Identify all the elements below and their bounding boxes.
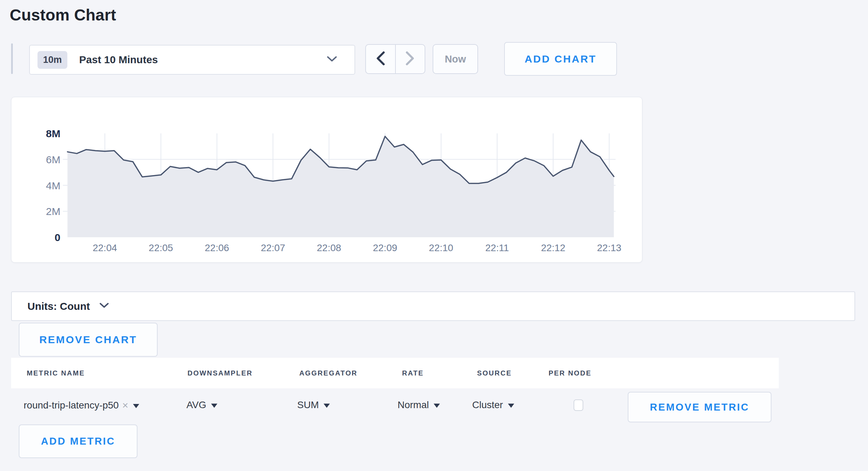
svg-text:22:13: 22:13 [597,242,621,253]
previous-interval-button[interactable] [366,45,396,73]
metric-name-value: round-trip-latency-p50 [24,400,119,411]
svg-text:22:09: 22:09 [373,242,397,253]
timeseries-area-chart[interactable]: 02M4M6M8M22:0422:0522:0622:0722:0822:092… [11,97,643,263]
aggregator-value: SUM [297,399,319,411]
column-header-per-node: PER NODE [549,369,592,377]
svg-text:22:07: 22:07 [261,242,285,253]
rate-value: Normal [398,399,429,411]
caret-down-icon [211,404,217,408]
add-metric-button[interactable]: ADD METRIC [19,424,137,458]
clear-metric-icon[interactable]: × [122,399,128,411]
next-interval-button[interactable] [396,45,425,73]
caret-down-icon [508,404,514,408]
time-window-label: Past 10 Minutes [79,54,158,66]
svg-text:0: 0 [55,232,60,243]
remove-metric-label: REMOVE METRIC [650,402,750,413]
chevron-down-icon [99,302,109,311]
metric-name-dropdown[interactable]: round-trip-latency-p50 × [24,399,139,411]
custom-chart-panel: 02M4M6M8M22:0422:0522:0622:0722:0822:092… [11,97,642,263]
remove-metric-button[interactable]: REMOVE METRIC [628,392,771,422]
chevron-left-icon [375,51,386,67]
svg-text:4M: 4M [46,180,60,191]
time-step-button-group [365,44,425,74]
chevron-right-icon [405,51,415,67]
remove-chart-button[interactable]: REMOVE CHART [19,323,158,357]
units-dropdown-label: Units: Count [27,300,90,312]
column-header-rate: RATE [402,369,424,377]
custom-chart-page: Custom Chart 10m Past 10 Minutes Now ADD… [0,0,868,471]
source-dropdown[interactable]: Cluster [472,399,514,411]
column-header-source: SOURCE [477,369,512,377]
svg-text:22:12: 22:12 [541,242,565,253]
svg-text:22:10: 22:10 [429,242,453,253]
metrics-table-header [11,358,779,388]
add-metric-label: ADD METRIC [41,436,115,447]
now-button-label: Now [445,53,466,65]
caret-down-icon [434,404,440,408]
svg-text:22:06: 22:06 [205,242,229,253]
column-header-downsampler: DOWNSAMPLER [187,369,253,377]
add-chart-button[interactable]: ADD CHART [504,42,617,76]
now-button[interactable]: Now [433,44,478,74]
time-window-dropdown[interactable]: 10m Past 10 Minutes [29,45,355,75]
column-header-metric-name: METRIC NAME [27,369,85,377]
svg-text:22:05: 22:05 [149,242,173,253]
source-value: Cluster [472,399,503,411]
svg-text:22:08: 22:08 [317,242,341,253]
page-title: Custom Chart [10,6,116,24]
time-selector-accent-bar [11,43,13,74]
downsampler-dropdown[interactable]: AVG [186,399,217,411]
caret-down-icon [133,404,139,408]
svg-text:6M: 6M [46,154,60,165]
downsampler-value: AVG [186,399,206,411]
caret-down-icon [324,404,330,408]
chevron-down-icon [326,55,338,64]
aggregator-dropdown[interactable]: SUM [297,399,330,411]
svg-text:22:04: 22:04 [93,242,117,253]
svg-text:8M: 8M [46,128,60,139]
remove-chart-label: REMOVE CHART [39,334,137,346]
add-chart-label: ADD CHART [525,53,596,65]
svg-text:2M: 2M [46,206,60,217]
units-dropdown[interactable]: Units: Count [11,291,855,321]
svg-text:22:11: 22:11 [485,242,509,253]
time-window-badge: 10m [37,51,67,69]
per-node-checkbox[interactable] [574,399,583,411]
column-header-aggregator: AGGREGATOR [299,369,358,377]
rate-dropdown[interactable]: Normal [398,399,440,411]
